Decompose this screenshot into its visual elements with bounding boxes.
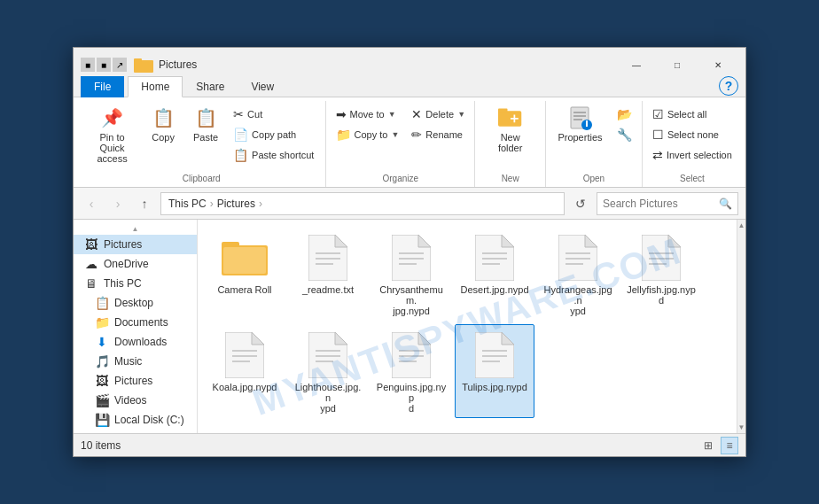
select-none-label: Select none [667, 129, 719, 140]
window-title: Pictures [159, 58, 616, 71]
main-area: ▲ 🖼 Pictures ☁ OneDrive 🖥 This PC 📋 Desk… [74, 220, 745, 433]
file-item-tulips[interactable]: Tulips.jpg.nypd [455, 324, 534, 418]
sidebar-item-onedrive[interactable]: ☁ OneDrive [74, 254, 197, 274]
copy-to-icon: 📁 [336, 128, 351, 142]
ribbon-group-select: ☑ Select all ☐ Select none ⇄ Invert sele… [643, 101, 742, 187]
file-icon-jellyfish [638, 235, 684, 281]
open-extra-2[interactable]: 🔧 [612, 125, 636, 144]
view-details[interactable]: ≡ [721, 437, 738, 454]
svg-rect-23 [399, 252, 424, 254]
move-to-button[interactable]: ➡ Move to ▼ [332, 105, 404, 124]
sidebar-item-label-onedrive: OneDrive [104, 258, 149, 270]
sidebar-item-music[interactable]: 🎵 Music [74, 352, 197, 371]
new-folder-label: New folder [498, 132, 523, 153]
file-item-lighthouse[interactable]: Lighthouse.jpg.nypd [288, 324, 368, 418]
copy-button[interactable]: 📋 Copy [144, 101, 183, 147]
rename-button[interactable]: ✏ Rename [407, 125, 470, 144]
sidebar-item-local-disk[interactable]: 💾 Local Disk (C:) [74, 410, 197, 430]
delete-icon: ✕ [411, 107, 422, 121]
status-bar: 10 items ⊞ ≡ [74, 433, 745, 456]
pictures-icon: 🖼 [84, 237, 98, 252]
new-folder-icon [498, 105, 523, 130]
documents-icon: 📁 [95, 315, 109, 330]
tab-home[interactable]: Home [128, 76, 183, 97]
tab-share[interactable]: Share [183, 76, 238, 97]
svg-rect-50 [316, 361, 333, 362]
up-button[interactable]: ↑ [134, 193, 155, 214]
title-icon-2: ■ [97, 58, 111, 72]
sidebar-item-desktop[interactable]: 📋 Desktop [74, 293, 197, 313]
properties-button[interactable]: Properties [551, 101, 608, 147]
sidebar-scroll-up[interactable]: ▲ [74, 223, 197, 235]
file-item-chrysanthemum[interactable]: Chrysanthemum.jpg.nypd [371, 227, 451, 321]
refresh-button[interactable]: ↺ [570, 193, 591, 214]
pin-quick-access-button[interactable]: 📌 Pin to Quick access [84, 101, 140, 168]
copy-path-button[interactable]: 📄 Copy path [229, 125, 318, 144]
open-buttons: Properties 📂 🔧 [551, 101, 636, 172]
sidebar-item-this-pc[interactable]: 🖥 This PC [74, 274, 197, 293]
file-content: MYANTISPYWARE.COM Camera Roll [198, 220, 737, 433]
file-item-readme[interactable]: _readme.txt [288, 227, 368, 321]
sidebar-item-label-downloads: Downloads [114, 336, 167, 348]
svg-rect-45 [232, 361, 250, 362]
this-pc-icon: 🖥 [84, 276, 98, 291]
copy-to-button[interactable]: 📁 Copy to ▼ [332, 125, 404, 144]
organize-col1: ➡ Move to ▼ 📁 Copy to ▼ [332, 101, 404, 144]
select-col: ☑ Select all ☐ Select none ⇄ Invert sele… [648, 101, 737, 165]
file-icon-desert [472, 235, 518, 281]
path-this-pc: This PC [168, 198, 207, 210]
pictures2-icon: 🖼 [95, 374, 109, 388]
svg-rect-58 [482, 350, 507, 352]
tab-view[interactable]: View [238, 76, 287, 97]
paste-label: Paste [193, 132, 218, 143]
cut-icon: ✂ [233, 107, 244, 121]
tab-file[interactable]: File [81, 76, 124, 97]
sidebar-item-pictures2[interactable]: 🖼 Pictures [74, 371, 197, 391]
file-item-koala[interactable]: Koala.jpg.nypd [205, 324, 285, 418]
delete-label: Delete [425, 109, 454, 120]
close-button[interactable]: ✕ [698, 50, 738, 79]
delete-button[interactable]: ✕ Delete ▼ [407, 105, 470, 124]
file-item-desert[interactable]: Desert.jpg.nypd [455, 227, 534, 321]
sidebar-item-pictures[interactable]: 🖼 Pictures [74, 235, 197, 254]
svg-rect-54 [399, 355, 424, 357]
open-extra-1[interactable]: 📂 [612, 105, 636, 124]
help-icon[interactable]: ? [719, 76, 738, 96]
maximize-button[interactable]: □ [657, 50, 698, 79]
paste-shortcut-button[interactable]: 📋 Paste shortcut [229, 145, 318, 165]
svg-rect-48 [316, 350, 340, 352]
minimize-button[interactable]: — [616, 50, 657, 79]
forward-button[interactable]: › [107, 193, 129, 214]
file-icon-koala [222, 332, 268, 378]
svg-rect-40 [649, 263, 667, 265]
file-item-camera-roll[interactable]: Camera Roll [205, 227, 285, 321]
svg-rect-33 [566, 252, 590, 254]
address-path[interactable]: This PC › Pictures › [160, 192, 565, 215]
select-none-button[interactable]: ☐ Select none [648, 125, 737, 144]
search-box[interactable]: 🔍 [597, 192, 738, 215]
select-all-button[interactable]: ☑ Select all [648, 105, 737, 124]
sidebar-item-downloads[interactable]: ⬇ Downloads [74, 332, 197, 352]
cut-button[interactable]: ✂ Cut [229, 105, 318, 124]
sidebar-item-videos[interactable]: 🎬 Videos [74, 391, 197, 410]
delete-dropdown: ▼ [457, 110, 465, 119]
sidebar-item-documents[interactable]: 📁 Documents [74, 313, 197, 332]
sidebar-item-label-local-disk: Local Disk (C:) [114, 414, 184, 426]
back-button[interactable]: ‹ [81, 193, 102, 214]
search-input[interactable] [603, 198, 715, 210]
ribbon: 📌 Pin to Quick access 📋 Copy 📋 Paste ✂ [74, 97, 745, 188]
scrollbar-right[interactable]: ▲ ▼ [737, 220, 745, 433]
svg-marker-22 [418, 235, 431, 247]
svg-rect-24 [399, 258, 424, 260]
file-item-jellyfish[interactable]: Jellyfish.jpg.nypd [621, 227, 701, 321]
copy-to-label: Copy to [355, 129, 388, 140]
file-item-hydrangeas[interactable]: Hydrangeas.jpg.nypd [538, 227, 618, 321]
select-buttons: ☑ Select all ☐ Select none ⇄ Invert sele… [648, 101, 737, 172]
paste-button[interactable]: 📋 Paste [186, 101, 225, 151]
path-pictures: Pictures [217, 198, 255, 210]
view-large-icons[interactable]: ⊞ [699, 437, 717, 454]
file-item-penguins[interactable]: Penguins.jpg.nypd [371, 324, 451, 418]
file-label-chrysanthemum: Chrysanthemum.jpg.nypd [376, 284, 447, 316]
new-folder-button[interactable]: New folder [491, 101, 530, 158]
invert-selection-button[interactable]: ⇄ Invert selection [648, 145, 737, 165]
